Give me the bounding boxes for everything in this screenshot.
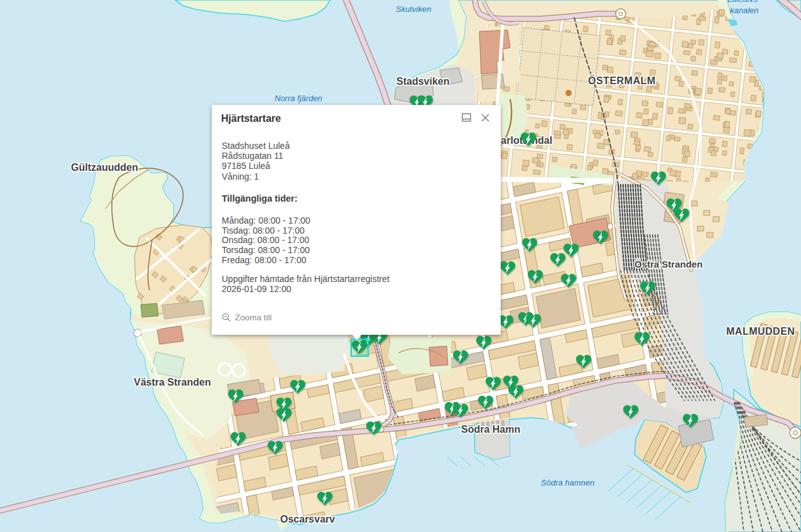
- svg-text:ÖSTERMALM: ÖSTERMALM: [588, 75, 656, 86]
- svg-text:Oscarsvarv: Oscarsvarv: [280, 514, 335, 524]
- svg-text:Södra hamnen: Södra hamnen: [541, 478, 594, 487]
- svg-text:Norra fjärden: Norra fjärden: [275, 94, 322, 103]
- svg-text:Södra Hamn: Södra Hamn: [461, 424, 520, 435]
- svg-text:kanalen: kanalen: [730, 6, 759, 15]
- svg-text:MALMUDDEN: MALMUDDEN: [726, 326, 795, 337]
- svg-text:Luleälvs: Luleälvs: [727, 0, 758, 4]
- svg-text:Stadsviken: Stadsviken: [396, 76, 449, 87]
- svg-text:Östra Stranden: Östra Stranden: [635, 259, 702, 269]
- svg-text:Gültzauudden: Gültzauudden: [71, 162, 138, 173]
- svg-text:Skutviken: Skutviken: [396, 4, 431, 14]
- svg-text:Västra Stranden: Västra Stranden: [134, 377, 211, 388]
